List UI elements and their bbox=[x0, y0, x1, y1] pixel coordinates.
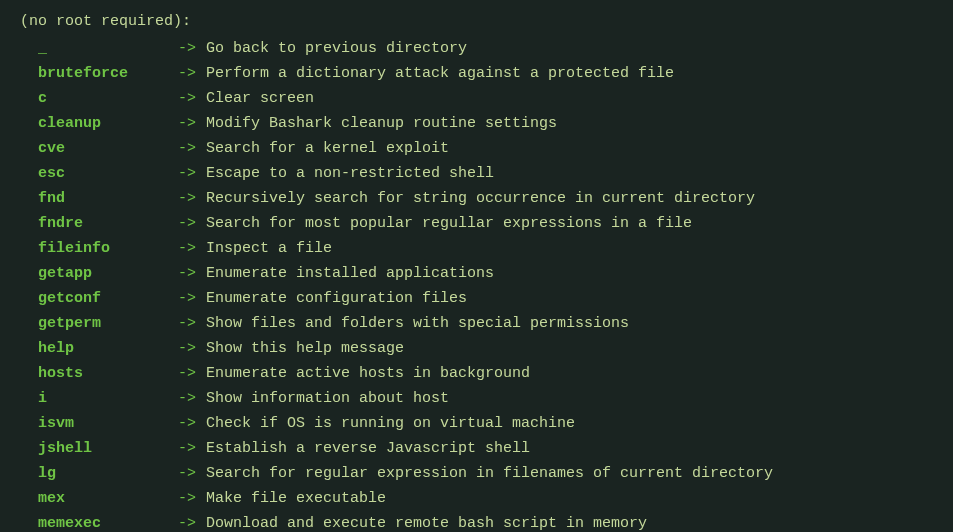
command-row: jshell->Establish a reverse Javascript s… bbox=[38, 437, 933, 461]
command-name: isvm bbox=[38, 412, 178, 436]
arrow-icon: -> bbox=[178, 237, 196, 261]
command-name: fndre bbox=[38, 212, 178, 236]
command-description: Clear screen bbox=[196, 87, 314, 111]
command-list: _->Go back to previous directorybrutefor… bbox=[20, 37, 933, 532]
arrow-icon: -> bbox=[178, 437, 196, 461]
arrow-icon: -> bbox=[178, 462, 196, 486]
command-description: Enumerate configuration files bbox=[196, 287, 467, 311]
command-description: Show files and folders with special perm… bbox=[196, 312, 629, 336]
command-name: mex bbox=[38, 487, 178, 511]
arrow-icon: -> bbox=[178, 387, 196, 411]
command-description: Escape to a non-restricted shell bbox=[196, 162, 494, 186]
arrow-icon: -> bbox=[178, 87, 196, 111]
arrow-icon: -> bbox=[178, 112, 196, 136]
arrow-icon: -> bbox=[178, 312, 196, 336]
command-description: Search for regular expression in filenam… bbox=[196, 462, 773, 486]
command-name: fnd bbox=[38, 187, 178, 211]
command-description: Check if OS is running on virtual machin… bbox=[196, 412, 575, 436]
arrow-icon: -> bbox=[178, 37, 196, 61]
command-row: getperm->Show files and folders with spe… bbox=[38, 312, 933, 336]
command-row: _->Go back to previous directory bbox=[38, 37, 933, 61]
command-name: c bbox=[38, 87, 178, 111]
command-row: c->Clear screen bbox=[38, 87, 933, 111]
command-row: lg->Search for regular expression in fil… bbox=[38, 462, 933, 486]
command-name: esc bbox=[38, 162, 178, 186]
command-row: fnd->Recursively search for string occur… bbox=[38, 187, 933, 211]
command-row: esc->Escape to a non-restricted shell bbox=[38, 162, 933, 186]
command-description: Show information about host bbox=[196, 387, 449, 411]
command-row: hosts->Enumerate active hosts in backgro… bbox=[38, 362, 933, 386]
command-name: lg bbox=[38, 462, 178, 486]
arrow-icon: -> bbox=[178, 512, 196, 532]
command-row: getapp->Enumerate installed applications bbox=[38, 262, 933, 286]
command-name: getapp bbox=[38, 262, 178, 286]
command-description: Establish a reverse Javascript shell bbox=[196, 437, 530, 461]
arrow-icon: -> bbox=[178, 62, 196, 86]
command-row: memexec->Download and execute remote bas… bbox=[38, 512, 933, 532]
command-description: Download and execute remote bash script … bbox=[196, 512, 647, 532]
command-name: getconf bbox=[38, 287, 178, 311]
arrow-icon: -> bbox=[178, 262, 196, 286]
command-row: help->Show this help message bbox=[38, 337, 933, 361]
command-name: bruteforce bbox=[38, 62, 178, 86]
command-name: fileinfo bbox=[38, 237, 178, 261]
command-name: jshell bbox=[38, 437, 178, 461]
command-description: Make file executable bbox=[196, 487, 386, 511]
command-name: getperm bbox=[38, 312, 178, 336]
command-description: Enumerate installed applications bbox=[196, 262, 494, 286]
arrow-icon: -> bbox=[178, 187, 196, 211]
command-description: Perform a dictionary attack against a pr… bbox=[196, 62, 674, 86]
arrow-icon: -> bbox=[178, 362, 196, 386]
command-name: cleanup bbox=[38, 112, 178, 136]
command-name: hosts bbox=[38, 362, 178, 386]
command-description: Go back to previous directory bbox=[196, 37, 467, 61]
command-row: isvm->Check if OS is running on virtual … bbox=[38, 412, 933, 436]
command-description: Show this help message bbox=[196, 337, 404, 361]
command-name: i bbox=[38, 387, 178, 411]
command-description: Enumerate active hosts in background bbox=[196, 362, 530, 386]
arrow-icon: -> bbox=[178, 487, 196, 511]
arrow-icon: -> bbox=[178, 412, 196, 436]
command-name: memexec bbox=[38, 512, 178, 532]
section-header: (no root required): bbox=[20, 10, 933, 34]
arrow-icon: -> bbox=[178, 137, 196, 161]
arrow-icon: -> bbox=[178, 212, 196, 236]
command-row: fileinfo->Inspect a file bbox=[38, 237, 933, 261]
command-name: _ bbox=[38, 37, 178, 61]
command-row: fndre->Search for most popular regullar … bbox=[38, 212, 933, 236]
command-description: Search for most popular regullar express… bbox=[196, 212, 692, 236]
command-row: cve->Search for a kernel exploit bbox=[38, 137, 933, 161]
command-name: cve bbox=[38, 137, 178, 161]
command-description: Search for a kernel exploit bbox=[196, 137, 449, 161]
arrow-icon: -> bbox=[178, 162, 196, 186]
command-row: getconf->Enumerate configuration files bbox=[38, 287, 933, 311]
command-row: mex->Make file executable bbox=[38, 487, 933, 511]
command-row: i->Show information about host bbox=[38, 387, 933, 411]
command-row: cleanup->Modify Bashark cleanup routine … bbox=[38, 112, 933, 136]
command-row: bruteforce->Perform a dictionary attack … bbox=[38, 62, 933, 86]
arrow-icon: -> bbox=[178, 287, 196, 311]
command-description: Modify Bashark cleanup routine settings bbox=[196, 112, 557, 136]
command-name: help bbox=[38, 337, 178, 361]
command-description: Inspect a file bbox=[196, 237, 332, 261]
arrow-icon: -> bbox=[178, 337, 196, 361]
command-description: Recursively search for string occurrence… bbox=[196, 187, 755, 211]
